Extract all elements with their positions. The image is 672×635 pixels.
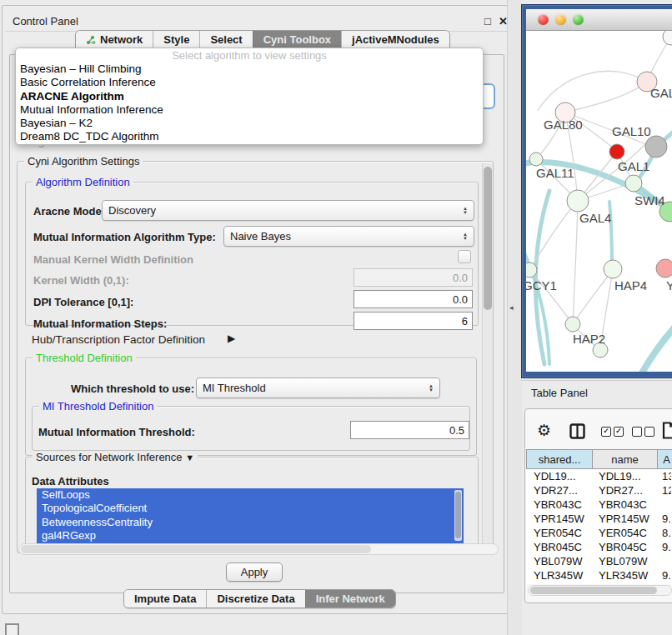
network-node-gcy1[interactable] (526, 262, 537, 278)
aracne-mode-value: Discovery (108, 204, 156, 217)
mac-minimize-button[interactable] (555, 14, 566, 25)
table-cell: YER054C (526, 527, 591, 539)
table-row[interactable]: YDR27...YDR27...12 (526, 483, 672, 498)
algorithm-dropdown-popup: Select algorithm to view settings Bayesi… (15, 48, 484, 145)
settings-scrollbar-thumb[interactable] (484, 167, 492, 310)
column-header-shared-[interactable]: shared... (526, 449, 593, 469)
document-icon[interactable] (662, 422, 672, 439)
network-node-gal1[interactable] (625, 175, 642, 192)
network-window-titlebar[interactable] (526, 9, 672, 31)
data-attribute-item[interactable]: BetweennessCentrality (37, 516, 464, 529)
network-node[interactable] (609, 144, 624, 159)
hub-section-label[interactable]: Hub/Transcription Factor Definition (32, 333, 205, 346)
network-graph[interactable]: GALGAL80GAL10GAL11GAL1SWI4GAL4GCY1HAP4YH… (526, 31, 672, 372)
tab-discretize-data[interactable]: Discretize Data (206, 590, 304, 608)
collapsed-panel-icon[interactable] (5, 623, 19, 635)
hub-expand-arrow-icon[interactable]: ▶ (228, 332, 235, 344)
attributes-scrollbar-thumb[interactable] (455, 492, 461, 538)
tab-select[interactable]: Select (199, 31, 252, 48)
sources-collapse-arrow-icon[interactable]: ▼ (185, 452, 194, 462)
tab-cyni-toolbox[interactable]: Cyni Toolbox (253, 31, 341, 48)
network-node-gal10[interactable] (645, 136, 667, 158)
column-header-A[interactable]: A (658, 449, 672, 469)
table-row[interactable]: YBL079WYBL079W (526, 554, 672, 568)
network-node-hap4[interactable] (604, 260, 622, 278)
node-label-gcy1: GCY1 (526, 278, 557, 292)
tab-style[interactable]: Style (153, 31, 199, 48)
deselect-all-columns-icon[interactable] (632, 427, 654, 437)
mi-threshold-label: Mutual Information Threshold: (38, 426, 195, 438)
algorithm-option[interactable]: ARACNE Algorithm (16, 90, 483, 103)
table-cell: 12 (654, 484, 671, 497)
network-tab-icon (86, 35, 96, 45)
mi-threshold-field[interactable]: 0.5 (350, 421, 469, 439)
table-panel-title: Table Panel (531, 387, 588, 399)
node-label-swi4: SWI4 (634, 193, 665, 208)
column-header-name[interactable]: name (593, 449, 658, 469)
tab-infer-network[interactable]: Infer Network (305, 590, 395, 608)
algorithm-dropdown-placeholder: Select algorithm to view settings (16, 48, 483, 62)
dpi-tolerance-field[interactable]: 0.0 (354, 290, 473, 308)
table-cell: 13 (654, 470, 671, 482)
table-hscrollbar-thumb[interactable] (530, 587, 657, 594)
data-attribute-item[interactable]: gal4RGexp (37, 529, 464, 542)
network-node-gal4[interactable] (567, 190, 589, 212)
table-cell: 9. (654, 569, 671, 582)
network-node-y[interactable] (656, 259, 672, 278)
kernel-width-field[interactable]: 0.0 (354, 268, 473, 287)
mi-steps-field[interactable]: 6 (354, 312, 473, 330)
gear-icon[interactable]: ⚙ (537, 421, 551, 440)
mac-close-button[interactable] (538, 14, 549, 25)
network-node-gal11[interactable] (529, 152, 543, 166)
split-pane-divider[interactable] (507, 0, 522, 635)
tab-jactivemnodules[interactable]: jActiveMNodules (341, 31, 449, 48)
manual-kernel-checkbox[interactable] (458, 250, 471, 263)
which-threshold-label: Which threshold to use: (71, 382, 194, 395)
tab-label: Infer Network (316, 592, 385, 605)
aracne-mode-combo[interactable]: Discovery ▲▼ (102, 200, 474, 221)
tab-network[interactable]: Network (76, 31, 153, 48)
columns-icon[interactable] (569, 423, 585, 439)
algorithm-option[interactable]: Bayesian – Hill Climbing (16, 62, 483, 76)
table-row[interactable]: YDL19...YDL19...13 (526, 469, 672, 483)
settings-hscrollbar-thumb[interactable] (21, 545, 371, 553)
table-cell: YLR345W (526, 569, 591, 582)
data-attribute-item[interactable]: SelfLoops (37, 488, 464, 502)
network-node[interactable] (663, 31, 672, 45)
mac-zoom-button[interactable] (573, 14, 584, 25)
table-row[interactable]: YPR145WYPR145W9. (526, 512, 672, 526)
algorithm-option[interactable]: Dream8 DC_TDC Algorithm (16, 130, 483, 143)
settings-hscrollbar[interactable] (18, 543, 499, 555)
table-row[interactable]: YBR045CYBR045C9. (526, 540, 672, 554)
float-window-button[interactable]: □ (484, 15, 491, 28)
control-panel-title: Control Panel (13, 15, 78, 28)
network-canvas[interactable]: GALGAL80GAL10GAL11GAL1SWI4GAL4GCY1HAP4YH… (526, 31, 672, 372)
attributes-scrollbar[interactable] (454, 490, 462, 541)
algorithm-option[interactable]: Bayesian – K2 (16, 117, 483, 130)
settings-scrollbar[interactable] (482, 163, 493, 550)
tab-impute-data[interactable]: Impute Data (124, 590, 206, 608)
table-hscrollbar[interactable] (528, 585, 672, 596)
divider-grip-icon[interactable]: ◂ (509, 303, 514, 312)
table-row[interactable]: YER054CYER054C8. (526, 526, 672, 540)
tab-label: Discretize Data (217, 592, 294, 605)
node-label-gal4: GAL4 (579, 211, 611, 225)
mi-type-combo[interactable]: Naive Bayes ▲▼ (223, 226, 474, 247)
tab-label: Style (163, 33, 189, 46)
tab-label: jActiveMNodules (352, 33, 439, 46)
table-row[interactable]: YIL052CYIL052C9 (526, 582, 672, 584)
table-row[interactable]: YBR043CYBR043C (526, 498, 672, 512)
apply-button[interactable]: Apply (226, 562, 283, 582)
table-row[interactable]: YLR345WYLR345W9. (526, 568, 672, 582)
network-node-hap2[interactable] (565, 317, 580, 332)
algorithm-option[interactable]: Mutual Information Inference (16, 103, 483, 117)
data-attribute-item[interactable]: TopologicalCoefficient (37, 502, 464, 515)
select-all-columns-icon[interactable]: ✓ ✓ (601, 427, 624, 437)
which-threshold-combo[interactable]: MI Threshold ▲▼ (196, 378, 440, 398)
table-cell: YPR145W (591, 512, 654, 525)
mi-steps-value: 6 (462, 315, 468, 328)
aracne-mode-label: Aracne Mode: (33, 205, 105, 218)
algorithm-option[interactable]: Basic Correlation Inference (16, 76, 483, 89)
data-attributes-list[interactable]: SelfLoopsTopologicalCoefficientBetweenne… (37, 488, 464, 543)
combo-spinner-icon: ▲▼ (463, 207, 468, 215)
